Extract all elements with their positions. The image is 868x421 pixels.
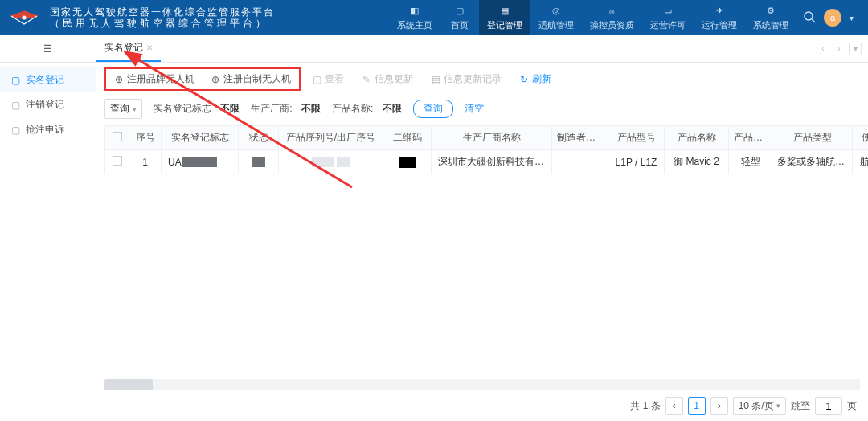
filter-flag-label: 实名登记标志 (154, 102, 211, 116)
logo-icon (8, 8, 40, 27)
doc-icon: ▢ (10, 75, 21, 86)
tab-prev[interactable]: ‹ (817, 43, 829, 55)
query-dropdown[interactable]: 查询▾ (104, 99, 142, 119)
col-category: 产品类别 (729, 126, 772, 150)
table-header-row: 序号 实名登记标志 状态 产品序列号/出厂序号 二维码 生产厂商名称 制造者姓名… (105, 126, 869, 150)
nav-airworthiness[interactable]: ◎适航管理 (530, 0, 582, 35)
col-index: 序号 (129, 126, 162, 150)
monitor-icon: ▢ (453, 5, 466, 18)
refresh-button[interactable]: ↻刷新 (513, 70, 558, 88)
svg-point-1 (805, 12, 813, 20)
cell-qr (383, 150, 432, 174)
filter-pname-value[interactable]: 不限 (383, 102, 402, 116)
col-model: 产品型号 (608, 126, 665, 150)
pager-next[interactable]: › (710, 397, 728, 415)
cell-ptype: 多桨或多轴航空器 (772, 150, 853, 174)
sidebar-item-deregister[interactable]: ▢ 注销登记 (0, 92, 96, 117)
register-self-button[interactable]: ⊕注册自制无人机 (204, 70, 297, 88)
sidebar-item-label: 实名登记 (26, 73, 64, 87)
redacted (337, 157, 350, 167)
filter-flag-value[interactable]: 不限 (220, 102, 240, 116)
table-wrap: 序号 实名登记标志 状态 产品序列号/出厂序号 二维码 生产厂商名称 制造者姓名… (96, 125, 868, 379)
clear-button[interactable]: 清空 (465, 102, 484, 116)
list-icon: ▤ (431, 75, 440, 84)
filter-pname-label: 产品名称: (332, 102, 373, 116)
toolbar: ⊕注册品牌无人机 ⊕注册自制无人机 ▢查看 ✎信息更新 ▤信息更新记录 ↻刷新 (96, 63, 868, 96)
sidebar-item-realname[interactable]: ▢ 实名登记 (0, 67, 96, 92)
col-qr: 二维码 (383, 126, 432, 150)
tab-next[interactable]: › (833, 43, 845, 55)
info-history-button[interactable]: ▤信息更新记录 (424, 70, 508, 88)
cell-index: 1 (129, 150, 162, 174)
nav-license[interactable]: ▭运营许可 (642, 0, 694, 35)
pager-page-1[interactable]: 1 (688, 397, 706, 415)
col-flag: 实名登记标志 (162, 126, 239, 150)
cell-vendor: 深圳市大疆创新科技有限公司 (432, 150, 552, 174)
tab-close-icon[interactable]: ✕ (146, 43, 153, 52)
view-button[interactable]: ▢查看 (305, 70, 350, 88)
doc-icon: ▢ (10, 100, 21, 111)
file-icon: ▢ (312, 75, 321, 84)
cell-serial (279, 150, 383, 174)
sidebar-item-label: 注销登记 (26, 98, 64, 112)
refresh-icon: ↻ (519, 75, 529, 84)
chevron-down-icon: ▾ (776, 402, 780, 410)
filter-vendor-label: 生产厂商: (251, 102, 292, 116)
radar-icon: ◎ (550, 5, 563, 18)
col-usage: 使用用途 (853, 126, 869, 150)
scrollbar-thumb[interactable] (104, 379, 153, 390)
cell-flag: UA (162, 150, 239, 174)
svg-point-0 (23, 16, 26, 19)
select-all-checkbox[interactable] (113, 132, 122, 141)
filter-row: 查询▾ 实名登记标志 不限 生产厂商: 不限 产品名称: 不限 查询 清空 (96, 96, 868, 125)
table-row[interactable]: 1 UA 深圳市大疆创新科技有限公司 L1P / L1Z 御 Mavic 2 轻… (105, 150, 869, 174)
app-logo: 国家无人驾驶航空器一体化综合监管服务平台 （民用无人驾驶航空器综合管理平台） (8, 6, 275, 29)
header-title-2: （民用无人驾驶航空器综合管理平台） (50, 18, 275, 29)
avatar[interactable]: a (824, 9, 841, 27)
col-maker: 制造者姓名 (552, 126, 608, 150)
cell-usage: 航拍,测绘 (853, 150, 869, 174)
register-brand-button[interactable]: ⊕注册品牌无人机 (108, 70, 201, 88)
edit-icon: ✎ (362, 75, 371, 84)
info-update-button[interactable]: ✎信息更新 (355, 70, 420, 88)
highlight-box: ⊕注册品牌无人机 ⊕注册自制无人机 (104, 67, 301, 91)
pager-size[interactable]: 10 条/页 ▾ (733, 397, 786, 415)
filter-vendor-value[interactable]: 不限 (301, 102, 321, 116)
search-icon[interactable] (803, 10, 816, 26)
pager-prev[interactable]: ‹ (665, 397, 683, 415)
nav-index[interactable]: ▢首页 (440, 0, 479, 35)
plus-icon: ⊕ (211, 75, 220, 84)
sidebar-item-appeal[interactable]: ▢ 抢注申诉 (0, 117, 96, 142)
nav-home[interactable]: ◧系统主页 (389, 0, 440, 35)
settings-icon: ⚙ (764, 5, 777, 18)
row-checkbox[interactable] (113, 156, 122, 166)
nav-operation[interactable]: ✈运行管理 (694, 0, 745, 35)
header-nav: ◧系统主页 ▢首页 ▤登记管理 ◎适航管理 ⌾操控员资质 ▭运营许可 ✈运行管理… (389, 0, 796, 35)
horizontal-scrollbar[interactable] (104, 379, 860, 390)
col-vendor: 生产厂商名称 (432, 126, 552, 150)
chevron-down-icon: ▾ (133, 105, 137, 113)
nav-system[interactable]: ⚙系统管理 (745, 0, 796, 35)
nav-pilot[interactable]: ⌾操控员资质 (582, 0, 642, 35)
col-serial: 产品序列号/出厂序号 (279, 126, 383, 150)
cell-status (239, 150, 279, 174)
tab-more[interactable]: ▾ (849, 43, 862, 55)
pager-jump-input[interactable] (815, 397, 842, 415)
qr-thumb (399, 157, 416, 168)
col-pname: 产品名称 (665, 126, 729, 150)
nav-register[interactable]: ▤登记管理 (479, 0, 530, 35)
cell-category: 轻型 (729, 150, 772, 174)
menu-toggle[interactable]: ☰ (0, 35, 96, 62)
main-content: ⊕注册品牌无人机 ⊕注册自制无人机 ▢查看 ✎信息更新 ▤信息更新记录 ↻刷新 … (96, 63, 868, 421)
hamburger-icon: ☰ (43, 43, 52, 55)
pager-total: 共 1 条 (630, 399, 660, 413)
pager-page-suffix: 页 (847, 399, 857, 413)
search-button[interactable]: 查询 (413, 100, 453, 118)
data-table: 序号 实名登记标志 状态 产品序列号/出厂序号 二维码 生产厂商名称 制造者姓名… (104, 125, 868, 174)
chevron-down-icon[interactable]: ▾ (850, 14, 854, 22)
sidebar: ▢ 实名登记 ▢ 注销登记 ▢ 抢注申诉 (0, 63, 96, 421)
app-header: 国家无人驾驶航空器一体化综合监管服务平台 （民用无人驾驶航空器综合管理平台） ◧… (0, 0, 868, 35)
tab-realname[interactable]: 实名登记 ✕ (96, 35, 161, 62)
home-icon: ◧ (408, 5, 421, 18)
register-icon: ▤ (498, 5, 511, 18)
